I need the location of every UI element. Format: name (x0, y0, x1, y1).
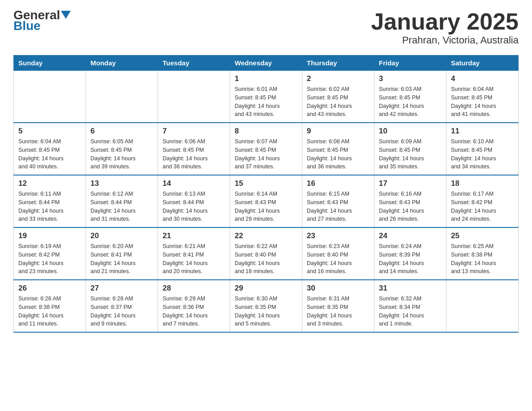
calendar-cell: 22Sunrise: 6:22 AMSunset: 8:40 PMDayligh… (230, 227, 302, 280)
day-number: 16 (307, 179, 369, 188)
logo: General Blue (13, 9, 71, 32)
day-number: 8 (235, 127, 297, 136)
day-number: 15 (235, 179, 297, 188)
calendar-subtitle: Prahran, Victoria, Australia (371, 34, 519, 46)
day-header-sunday: Sunday (14, 56, 86, 71)
calendar-cell: 29Sunrise: 6:30 AMSunset: 8:35 PMDayligh… (230, 280, 302, 332)
week-row-4: 19Sunrise: 6:19 AMSunset: 8:42 PMDayligh… (14, 227, 519, 280)
day-number: 19 (18, 231, 81, 240)
day-number: 2 (307, 74, 369, 83)
calendar-cell: 6Sunrise: 6:05 AMSunset: 8:45 PMDaylight… (86, 123, 158, 175)
calendar-cell: 24Sunrise: 6:24 AMSunset: 8:39 PMDayligh… (374, 227, 446, 280)
day-info: Sunrise: 6:21 AMSunset: 8:41 PMDaylight:… (163, 242, 225, 276)
day-info: Sunrise: 6:02 AMSunset: 8:45 PMDaylight:… (307, 85, 369, 119)
day-number: 20 (90, 231, 153, 240)
calendar-cell (14, 71, 86, 123)
day-info: Sunrise: 6:04 AMSunset: 8:45 PMDaylight:… (18, 137, 81, 171)
page-header: General Blue January 2025 Prahran, Victo… (13, 9, 519, 46)
day-number: 12 (18, 179, 81, 188)
day-info: Sunrise: 6:28 AMSunset: 8:37 PMDaylight:… (90, 295, 153, 328)
day-header-wednesday: Wednesday (230, 56, 302, 71)
day-number: 27 (90, 284, 153, 293)
day-info: Sunrise: 6:31 AMSunset: 8:35 PMDaylight:… (307, 295, 369, 328)
day-number: 6 (90, 127, 153, 136)
day-header-saturday: Saturday (446, 56, 519, 71)
day-info: Sunrise: 6:16 AMSunset: 8:43 PMDaylight:… (379, 190, 442, 223)
week-row-3: 12Sunrise: 6:11 AMSunset: 8:44 PMDayligh… (14, 175, 519, 227)
day-header-friday: Friday (374, 56, 446, 71)
day-info: Sunrise: 6:01 AMSunset: 8:45 PMDaylight:… (235, 85, 297, 119)
calendar-cell: 18Sunrise: 6:17 AMSunset: 8:42 PMDayligh… (446, 175, 519, 227)
day-info: Sunrise: 6:07 AMSunset: 8:45 PMDaylight:… (235, 137, 297, 171)
day-info: Sunrise: 6:24 AMSunset: 8:39 PMDaylight:… (379, 242, 442, 276)
day-number: 24 (379, 231, 442, 240)
calendar-cell: 20Sunrise: 6:20 AMSunset: 8:41 PMDayligh… (86, 227, 158, 280)
day-info: Sunrise: 6:23 AMSunset: 8:40 PMDaylight:… (307, 242, 369, 276)
day-info: Sunrise: 6:32 AMSunset: 8:34 PMDaylight:… (379, 295, 442, 328)
day-info: Sunrise: 6:19 AMSunset: 8:42 PMDaylight:… (18, 242, 81, 276)
calendar-table: SundayMondayTuesdayWednesdayThursdayFrid… (13, 55, 519, 333)
day-number: 30 (307, 284, 369, 293)
day-info: Sunrise: 6:20 AMSunset: 8:41 PMDaylight:… (90, 242, 153, 276)
week-row-1: 1Sunrise: 6:01 AMSunset: 8:45 PMDaylight… (14, 71, 519, 123)
calendar-header: SundayMondayTuesdayWednesdayThursdayFrid… (14, 56, 519, 71)
calendar-cell: 23Sunrise: 6:23 AMSunset: 8:40 PMDayligh… (302, 227, 374, 280)
week-row-2: 5Sunrise: 6:04 AMSunset: 8:45 PMDaylight… (14, 123, 519, 175)
day-info: Sunrise: 6:17 AMSunset: 8:42 PMDaylight:… (451, 190, 514, 223)
day-number: 1 (235, 74, 297, 83)
day-info: Sunrise: 6:03 AMSunset: 8:45 PMDaylight:… (379, 85, 442, 119)
day-number: 7 (163, 127, 225, 136)
day-info: Sunrise: 6:26 AMSunset: 8:38 PMDaylight:… (18, 295, 81, 328)
header-row: SundayMondayTuesdayWednesdayThursdayFrid… (14, 56, 519, 71)
calendar-cell: 19Sunrise: 6:19 AMSunset: 8:42 PMDayligh… (14, 227, 86, 280)
calendar-cell: 15Sunrise: 6:14 AMSunset: 8:43 PMDayligh… (230, 175, 302, 227)
calendar-cell: 2Sunrise: 6:02 AMSunset: 8:45 PMDaylight… (302, 71, 374, 123)
calendar-cell: 30Sunrise: 6:31 AMSunset: 8:35 PMDayligh… (302, 280, 374, 332)
day-number: 23 (307, 231, 369, 240)
calendar-cell: 31Sunrise: 6:32 AMSunset: 8:34 PMDayligh… (374, 280, 446, 332)
day-number: 22 (235, 231, 297, 240)
calendar-cell: 8Sunrise: 6:07 AMSunset: 8:45 PMDaylight… (230, 123, 302, 175)
calendar-cell: 27Sunrise: 6:28 AMSunset: 8:37 PMDayligh… (86, 280, 158, 332)
day-info: Sunrise: 6:12 AMSunset: 8:44 PMDaylight:… (90, 190, 153, 223)
calendar-cell: 4Sunrise: 6:04 AMSunset: 8:45 PMDaylight… (446, 71, 519, 123)
day-number: 14 (163, 179, 225, 188)
day-header-tuesday: Tuesday (158, 56, 230, 71)
day-number: 3 (379, 74, 442, 83)
calendar-title: January 2025 (371, 9, 519, 34)
week-row-5: 26Sunrise: 6:26 AMSunset: 8:38 PMDayligh… (14, 280, 519, 332)
day-number: 10 (379, 127, 442, 136)
day-number: 28 (163, 284, 225, 293)
calendar-cell: 5Sunrise: 6:04 AMSunset: 8:45 PMDaylight… (14, 123, 86, 175)
day-info: Sunrise: 6:09 AMSunset: 8:45 PMDaylight:… (379, 137, 442, 171)
calendar-cell: 26Sunrise: 6:26 AMSunset: 8:38 PMDayligh… (14, 280, 86, 332)
day-info: Sunrise: 6:25 AMSunset: 8:38 PMDaylight:… (451, 242, 514, 276)
calendar-cell: 7Sunrise: 6:06 AMSunset: 8:45 PMDaylight… (158, 123, 230, 175)
day-number: 4 (451, 74, 514, 83)
svg-marker-0 (61, 11, 71, 19)
calendar-cell: 12Sunrise: 6:11 AMSunset: 8:44 PMDayligh… (14, 175, 86, 227)
day-info: Sunrise: 6:11 AMSunset: 8:44 PMDaylight:… (18, 190, 81, 223)
day-number: 21 (163, 231, 225, 240)
day-header-monday: Monday (86, 56, 158, 71)
day-number: 5 (18, 127, 81, 136)
calendar-cell (158, 71, 230, 123)
day-info: Sunrise: 6:22 AMSunset: 8:40 PMDaylight:… (235, 242, 297, 276)
day-number: 9 (307, 127, 369, 136)
day-number: 29 (235, 284, 297, 293)
day-number: 13 (90, 179, 153, 188)
calendar-cell (446, 280, 519, 332)
day-number: 25 (451, 231, 514, 240)
calendar-cell (86, 71, 158, 123)
day-number: 26 (18, 284, 81, 293)
calendar-cell: 9Sunrise: 6:08 AMSunset: 8:45 PMDaylight… (302, 123, 374, 175)
day-number: 11 (451, 127, 514, 136)
calendar-cell: 21Sunrise: 6:21 AMSunset: 8:41 PMDayligh… (158, 227, 230, 280)
calendar-cell: 17Sunrise: 6:16 AMSunset: 8:43 PMDayligh… (374, 175, 446, 227)
calendar-cell: 3Sunrise: 6:03 AMSunset: 8:45 PMDaylight… (374, 71, 446, 123)
logo-blue-text: Blue (13, 20, 41, 32)
title-section: January 2025 Prahran, Victoria, Australi… (371, 9, 519, 46)
day-number: 31 (379, 284, 442, 293)
calendar-cell: 13Sunrise: 6:12 AMSunset: 8:44 PMDayligh… (86, 175, 158, 227)
calendar-cell: 16Sunrise: 6:15 AMSunset: 8:43 PMDayligh… (302, 175, 374, 227)
